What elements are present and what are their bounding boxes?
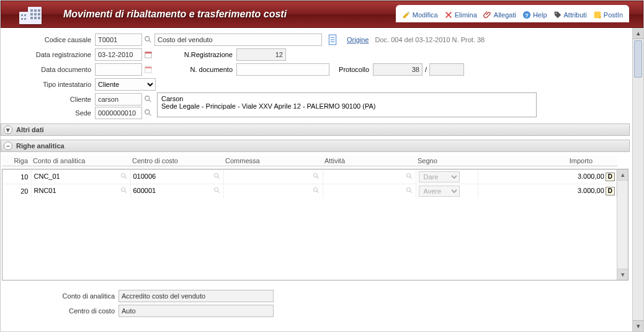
svg-text:?: ? [525, 12, 529, 19]
cell-segno[interactable]: Dare [416, 170, 478, 184]
elimina-button[interactable]: Elimina [444, 7, 477, 22]
table-row[interactable]: 20RNC01600001Avere3.000,00D [2, 184, 617, 199]
cell-attivita[interactable] [323, 170, 416, 184]
svg-line-46 [316, 191, 318, 193]
col-segno: Segno [415, 156, 477, 166]
data-reg-field[interactable] [95, 48, 142, 61]
help-button[interactable]: ?Help [522, 7, 547, 22]
search-icon[interactable] [406, 187, 413, 195]
search-icon[interactable] [142, 34, 154, 46]
calendar-icon[interactable] [142, 63, 154, 76]
search-icon[interactable] [120, 187, 128, 195]
cell-attivita[interactable] [323, 184, 416, 199]
cell-commessa[interactable] [223, 184, 323, 199]
help-icon: ? [522, 11, 531, 19]
svg-rect-14 [24, 18, 26, 20]
section-righe[interactable]: – Righe analitica [1, 140, 630, 152]
sede-field[interactable] [95, 107, 142, 119]
search-icon[interactable] [120, 173, 128, 181]
document-icon[interactable] [327, 34, 338, 45]
cell-conto[interactable]: CNC_01 [31, 170, 130, 184]
table-row[interactable]: 10CNC_01010006Dare3.000,00D [2, 170, 617, 184]
cell-conto[interactable]: RNC01 [31, 184, 130, 199]
svg-line-48 [409, 191, 411, 193]
data-doc-field[interactable] [95, 63, 142, 76]
scroll-up-icon[interactable]: ▴ [633, 28, 643, 39]
app-logo [1, 1, 60, 28]
search-icon[interactable] [313, 187, 320, 195]
origine-doc-text: Doc. 004 del 03-12-2010 N. Prot. 38 [375, 36, 485, 43]
search-icon[interactable] [213, 187, 221, 195]
cliente-field[interactable] [95, 93, 142, 105]
cliente-desc-line1: Carson [161, 95, 532, 102]
n-doc-field[interactable] [236, 63, 329, 76]
postin-button[interactable]: PostIn [593, 7, 623, 22]
search-icon[interactable] [313, 173, 320, 181]
grid-header-row: Riga Conto di analitica Centro di costo … [2, 156, 617, 166]
origine-link[interactable]: Origine [347, 36, 369, 43]
codice-causale-desc[interactable] [154, 34, 322, 46]
grid-scrollbar[interactable]: ▴ ▾ [617, 169, 628, 280]
svg-point-29 [145, 96, 150, 101]
cell-commessa[interactable] [223, 170, 323, 184]
cell-centro[interactable]: 600001 [130, 184, 223, 199]
conto-analitica-value [119, 290, 274, 302]
grid-body: 10CNC_01010006Dare3.000,00D20RNC01600001… [2, 169, 628, 280]
svg-rect-6 [34, 13, 37, 16]
col-commessa: Commessa [223, 156, 322, 166]
scroll-down-icon[interactable]: ▾ [617, 269, 628, 280]
page-title: Movimenti di ribaltamento e trasferiment… [60, 9, 287, 20]
search-icon[interactable] [406, 173, 413, 181]
flag-d: D [606, 187, 615, 195]
sede-label: Sede [1, 109, 95, 117]
svg-rect-28 [145, 67, 152, 69]
svg-line-20 [149, 40, 151, 43]
svg-rect-8 [30, 17, 33, 19]
col-attivita: Attività [322, 156, 415, 166]
svg-line-38 [316, 177, 318, 179]
cell-centro[interactable]: 010006 [130, 170, 223, 184]
codice-causale-field[interactable] [95, 34, 142, 46]
allegati-button[interactable]: Allegati [483, 7, 516, 22]
svg-rect-9 [34, 17, 37, 19]
page-scrollbar[interactable]: ▴ ▾ [632, 28, 643, 331]
protocollo-b [429, 63, 464, 76]
cell-importo: 3.000,00D [478, 170, 617, 184]
tag-icon [553, 11, 562, 19]
svg-point-41 [121, 188, 125, 192]
cell-riga: 20 [2, 184, 31, 199]
conto-analitica-label: Conto di analitica [1, 292, 119, 300]
svg-point-31 [145, 110, 150, 114]
svg-rect-2 [30, 9, 33, 12]
data-reg-label: Data registrazione [1, 51, 95, 58]
search-icon[interactable] [213, 173, 221, 181]
svg-point-43 [214, 188, 218, 192]
svg-point-45 [313, 188, 317, 192]
scroll-down-icon[interactable]: ▾ [633, 320, 643, 331]
scrollbar-thumb[interactable] [634, 40, 642, 78]
svg-rect-12 [24, 14, 26, 16]
centro-costo-label: Centro di costo [1, 307, 119, 315]
scroll-up-icon[interactable]: ▴ [617, 169, 628, 181]
protocollo-label: Protocollo [329, 66, 373, 73]
protocollo-a [373, 63, 423, 76]
section-altri-dati[interactable]: ▾ Altri dati [1, 123, 630, 136]
centro-costo-value [119, 305, 274, 317]
cliente-label: Cliente [1, 96, 95, 103]
attributi-button[interactable]: Attributi [553, 7, 587, 22]
segno-select[interactable]: Avere [419, 186, 460, 197]
search-icon[interactable] [142, 107, 154, 119]
segno-select[interactable]: Dare [419, 171, 460, 182]
svg-line-34 [124, 177, 126, 179]
cell-importo: 3.000,00D [478, 184, 617, 199]
calendar-icon[interactable] [142, 48, 154, 61]
search-icon[interactable] [142, 93, 154, 105]
cell-segno[interactable]: Avere [416, 184, 478, 199]
codice-causale-label: Codice causale [1, 36, 95, 43]
collapse-icon[interactable]: – [4, 141, 12, 150]
svg-line-30 [149, 100, 151, 102]
flag-d: D [606, 173, 615, 181]
tipo-int-select[interactable]: Cliente [95, 78, 156, 91]
modifica-button[interactable]: Modifica [402, 7, 438, 22]
expand-icon[interactable]: ▾ [4, 125, 12, 134]
